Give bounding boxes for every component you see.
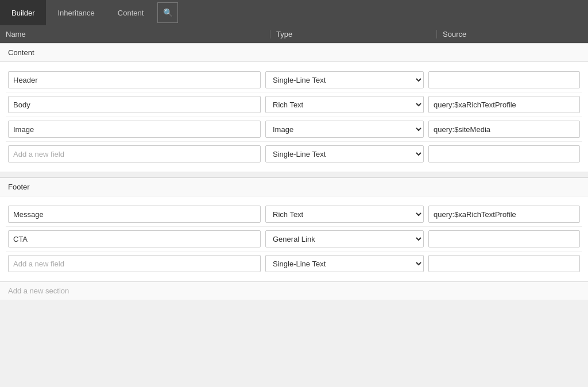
field-row-content-0: Single-Line TextMulti-Line TextRich Text…: [6, 68, 582, 92]
field-name-input-footer-2[interactable]: [8, 255, 261, 272]
field-type-select-footer-2[interactable]: Single-Line TextMulti-Line TextRich Text…: [265, 255, 424, 272]
column-type-header: Type: [270, 30, 436, 38]
field-source-input-content-0[interactable]: [428, 71, 580, 88]
field-source-input-content-2[interactable]: [428, 121, 580, 138]
field-row-content-2: Single-Line TextMulti-Line TextRich Text…: [6, 117, 582, 142]
search-button[interactable]: 🔍: [157, 2, 178, 23]
tab-builder[interactable]: Builder: [0, 0, 46, 25]
field-type-select-footer-1[interactable]: Single-Line TextMulti-Line TextRich Text…: [265, 230, 424, 247]
field-type-select-content-1[interactable]: Single-Line TextMulti-Line TextRich Text…: [265, 96, 424, 113]
field-type-select-content-0[interactable]: Single-Line TextMulti-Line TextRich Text…: [265, 71, 424, 88]
column-name-header: Name: [6, 30, 270, 38]
field-name-input-content-1[interactable]: [8, 96, 261, 113]
field-name-input-content-0[interactable]: [8, 71, 261, 88]
tab-inheritance[interactable]: Inheritance: [46, 0, 106, 25]
field-source-input-content-3[interactable]: [428, 145, 580, 162]
field-row-content-1: Single-Line TextMulti-Line TextRich Text…: [6, 92, 582, 117]
field-source-input-footer-1[interactable]: [428, 230, 580, 247]
section-header-footer: Footer: [0, 177, 588, 196]
tab-content[interactable]: Content: [106, 0, 156, 25]
section-separator: [0, 172, 588, 177]
column-headers: Name Type Source: [0, 25, 588, 43]
field-name-input-content-2[interactable]: [8, 121, 261, 138]
field-name-input-footer-1[interactable]: [8, 230, 261, 247]
field-row-footer-2: Single-Line TextMulti-Line TextRich Text…: [6, 251, 582, 276]
field-source-input-footer-0[interactable]: [428, 206, 580, 223]
column-source-header: Source: [436, 30, 582, 38]
section-header-content: Content: [0, 43, 588, 62]
field-source-input-content-1[interactable]: [428, 96, 580, 113]
section-body-content: Single-Line TextMulti-Line TextRich Text…: [0, 62, 588, 172]
field-source-input-footer-2[interactable]: [428, 255, 580, 272]
field-row-footer-0: Single-Line TextMulti-Line TextRich Text…: [6, 202, 582, 227]
field-type-select-content-3[interactable]: Single-Line TextMulti-Line TextRich Text…: [265, 145, 424, 162]
main-content: ContentSingle-Line TextMulti-Line TextRi…: [0, 43, 588, 300]
field-name-input-footer-0[interactable]: [8, 206, 261, 223]
field-name-input-content-3[interactable]: [8, 145, 261, 162]
tab-bar: Builder Inheritance Content 🔍: [0, 0, 588, 25]
section-body-footer: Single-Line TextMulti-Line TextRich Text…: [0, 196, 588, 281]
field-type-select-footer-0[interactable]: Single-Line TextMulti-Line TextRich Text…: [265, 206, 424, 223]
field-row-footer-1: Single-Line TextMulti-Line TextRich Text…: [6, 227, 582, 251]
field-type-select-content-2[interactable]: Single-Line TextMulti-Line TextRich Text…: [265, 121, 424, 138]
add-new-section-row[interactable]: Add a new section: [0, 281, 588, 300]
field-row-content-3: Single-Line TextMulti-Line TextRich Text…: [6, 142, 582, 166]
